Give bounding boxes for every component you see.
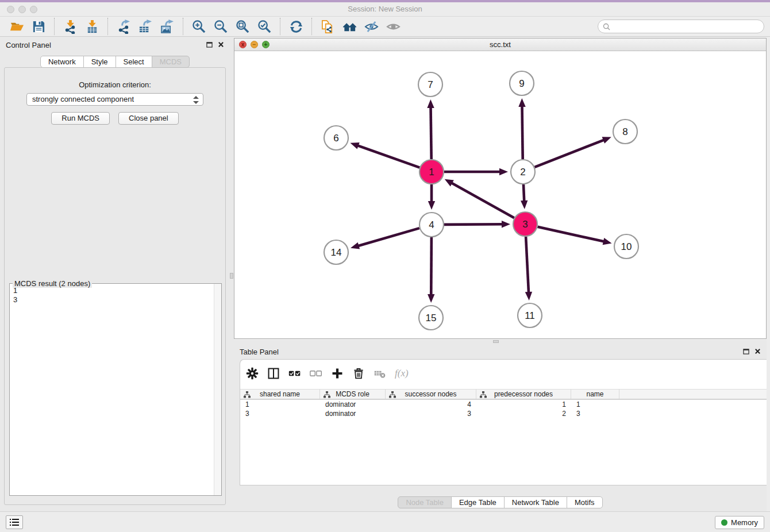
export-image-button[interactable] [156, 17, 178, 36]
main-toolbar [0, 16, 770, 37]
zoom-selected-button[interactable] [253, 17, 275, 36]
tab-edge-table[interactable]: Edge Table [451, 496, 505, 508]
edge-3-10[interactable] [537, 227, 604, 242]
refresh-button[interactable] [285, 17, 307, 36]
table-row[interactable]: 1dominator411 [240, 400, 767, 409]
open-button[interactable] [6, 17, 28, 36]
tab-network-table[interactable]: Network Table [504, 496, 567, 508]
edge-2-8[interactable] [534, 140, 604, 167]
tab-mcds[interactable]: MCDS [152, 56, 190, 68]
gear-button[interactable] [246, 366, 259, 381]
clone-view-button[interactable] [317, 17, 338, 36]
edge-arrowhead [427, 99, 434, 108]
column-header-name[interactable]: name [571, 390, 619, 399]
save-icon [32, 20, 46, 34]
delete-table-button[interactable] [374, 366, 386, 381]
memory-button[interactable]: Memory [715, 516, 764, 529]
close-panel-icon[interactable] [218, 41, 224, 48]
cell-shared-name[interactable]: 3 [240, 409, 320, 418]
edge-4-15[interactable] [431, 237, 432, 295]
show-panel-button[interactable] [382, 17, 404, 36]
import-table-button[interactable] [81, 17, 103, 36]
export-network-button[interactable] [113, 17, 134, 36]
edge-arrowhead [525, 292, 532, 300]
close-panel-button[interactable]: Close panel [118, 112, 179, 125]
float-panel-icon[interactable] [206, 41, 213, 48]
import-network-button[interactable] [59, 17, 81, 36]
table-content-area: f(x) shared nameMCDS rolesuccessor nodes… [240, 359, 767, 485]
function-button[interactable]: f(x) [395, 366, 409, 381]
optimization-criterion-label: Optimization criterion: [5, 80, 225, 89]
tab-select[interactable]: Select [116, 56, 152, 68]
divider-handle[interactable] [493, 340, 499, 343]
network-graph: 1234678910111415 [234, 52, 766, 339]
zoom-out-button[interactable] [210, 17, 232, 36]
select-all-icon [288, 367, 301, 380]
edge-2-3[interactable] [523, 184, 524, 202]
hide-panel-button[interactable] [360, 17, 382, 36]
close-panel-icon[interactable] [754, 348, 761, 354]
vertical-split-divider[interactable] [230, 37, 234, 511]
cell-successor-nodes[interactable]: 4 [386, 400, 476, 409]
edge-3-11[interactable] [526, 237, 529, 293]
search-input[interactable] [610, 22, 759, 31]
zoom-fit-button[interactable] [232, 17, 253, 36]
list-icon [9, 518, 20, 527]
delete-icon [352, 367, 365, 380]
zoom-in-button[interactable] [188, 17, 210, 36]
column-header-successor-nodes[interactable]: successor nodes [386, 390, 476, 399]
function-icon: f(x) [395, 368, 409, 379]
network-window-titlebar[interactable]: x − + scc.txt [234, 38, 766, 51]
column-type-icon [389, 391, 396, 398]
network-canvas[interactable]: 1234678910111415 [234, 52, 766, 338]
edge-arrowhead [428, 294, 434, 303]
column-header-shared-name[interactable]: shared name [240, 390, 320, 399]
result-scrollbar[interactable] [214, 284, 221, 495]
search-box[interactable] [598, 20, 764, 33]
float-panel-icon[interactable] [743, 348, 749, 354]
tab-network[interactable]: Network [40, 56, 84, 68]
cell-successor-nodes[interactable]: 3 [386, 409, 476, 418]
dropdown-stepper-icon [193, 95, 199, 105]
edge-arrowhead [499, 168, 508, 175]
mcds-result-text[interactable]: 1 3 [10, 285, 214, 495]
cell-MCDS-role[interactable]: dominator [320, 409, 386, 418]
divider-handle[interactable] [230, 273, 233, 279]
deselect-all-button[interactable] [310, 366, 322, 381]
home-button[interactable] [338, 17, 360, 36]
cell-predecessor-nodes[interactable]: 2 [476, 409, 571, 418]
add-button[interactable] [331, 366, 344, 381]
edge-3-1[interactable] [451, 183, 514, 218]
cell-shared-name[interactable]: 1 [240, 400, 320, 409]
node-label-3: 3 [522, 219, 528, 230]
column-header-MCDS-role[interactable]: MCDS role [320, 390, 386, 399]
run-mcds-button[interactable]: Run MCDS [51, 112, 110, 125]
export-table-button[interactable] [134, 17, 156, 36]
edge-1-6[interactable] [357, 145, 420, 168]
cell-name[interactable]: 3 [571, 409, 619, 418]
edge-1-7[interactable] [431, 107, 432, 159]
node-label-11: 11 [525, 310, 535, 321]
table-panel-title: Table Panel [240, 348, 279, 356]
cell-name[interactable]: 1 [571, 400, 619, 409]
network-title: scc.txt [234, 38, 766, 51]
edge-4-3[interactable] [444, 224, 503, 225]
tab-style[interactable]: Style [83, 56, 116, 68]
toolbar-separator [280, 18, 280, 35]
node-table[interactable]: shared nameMCDS rolesuccessor nodesprede… [240, 389, 767, 418]
edge-arrowhead [350, 142, 359, 149]
optimization-criterion-dropdown[interactable]: strongly connected component [26, 93, 203, 106]
column-header-predecessor-nodes[interactable]: predecessor nodes [476, 390, 571, 399]
table-row[interactable]: 3dominator323 [240, 409, 767, 418]
tab-node-table[interactable]: Node Table [398, 496, 452, 508]
cell-predecessor-nodes[interactable]: 1 [476, 400, 571, 409]
edge-4-14[interactable] [357, 228, 419, 246]
delete-button[interactable] [352, 366, 365, 381]
tab-motifs[interactable]: Motifs [567, 496, 603, 508]
edge-2-9[interactable] [522, 106, 523, 159]
cell-MCDS-role[interactable]: dominator [320, 400, 386, 409]
columns-button[interactable] [267, 366, 280, 381]
save-button[interactable] [28, 17, 49, 36]
task-history-button[interactable] [6, 515, 23, 529]
select-all-button[interactable] [288, 366, 301, 381]
